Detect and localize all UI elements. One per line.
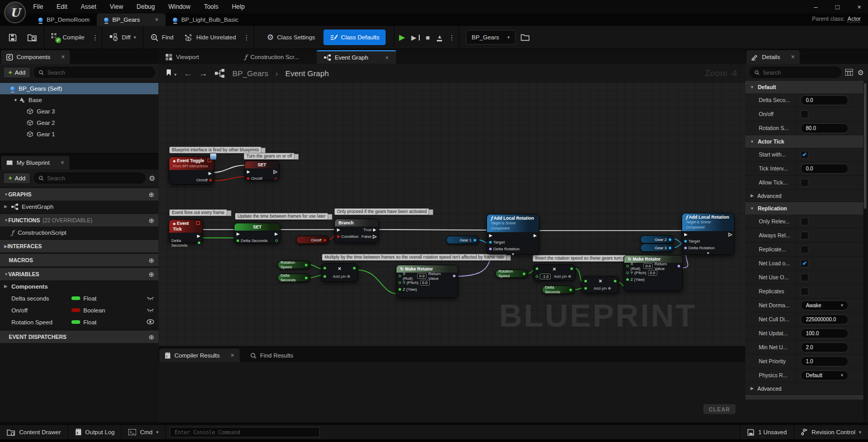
true-out-pin[interactable]: ▶ xyxy=(373,228,376,232)
nav-forward-icon[interactable]: → xyxy=(199,69,208,78)
pill-delta-seconds-2[interactable]: Delta Seconds xyxy=(542,286,575,294)
component-base[interactable]: ▼Base xyxy=(0,94,158,106)
close-icon[interactable]: × xyxy=(61,53,65,61)
pill-gear2[interactable]: Gear 2 xyxy=(640,235,674,244)
display-filter-icon[interactable] xyxy=(845,69,853,76)
class-defaults-button[interactable]: Class Defaults xyxy=(323,30,386,45)
find-button[interactable]: e Find xyxy=(145,29,179,46)
component-bp-gears-self-[interactable]: BP_Gears (Self) xyxy=(0,83,158,94)
eject-button[interactable]: ▲ xyxy=(433,29,446,46)
value-input[interactable]: 2.0 xyxy=(801,343,848,352)
select-dropdown[interactable]: Awake▾ xyxy=(801,301,848,310)
checkbox[interactable] xyxy=(801,110,808,118)
visibility-toggle[interactable] xyxy=(146,307,154,313)
checkbox[interactable] xyxy=(801,274,808,281)
output-log-button[interactable]: Output Log xyxy=(68,425,122,440)
yaw-in-pin[interactable] xyxy=(626,278,629,281)
node-multiply-1[interactable]: × Add pin ⊕ xyxy=(321,263,358,282)
float-in-pin[interactable] xyxy=(584,280,587,282)
macros-section-header[interactable]: MACROS ⊕ xyxy=(0,254,158,266)
variable-rotation-speed[interactable]: Rotation SpeedFloat xyxy=(0,316,158,328)
components-tab[interactable]: Components× xyxy=(1,50,70,64)
bool-out-pin[interactable] xyxy=(274,177,277,180)
eye-open-icon[interactable] xyxy=(146,319,154,324)
exec-out-pin[interactable]: ▶ xyxy=(209,172,212,176)
target-in-pin[interactable] xyxy=(489,241,492,244)
collapse-icon[interactable]: ▼ xyxy=(12,98,19,103)
nav-back-icon[interactable]: ← xyxy=(184,69,192,78)
add-pin-button[interactable]: Add pin ⊕ xyxy=(589,286,616,291)
node-add-local-rotation-1[interactable]: ƒ Add Local Rotation Target is Scene Com… xyxy=(487,214,539,254)
add-blueprint-item-button[interactable]: +Add xyxy=(3,173,31,184)
cmd-dropdown[interactable]: Cmd▾ xyxy=(122,425,166,440)
details-search[interactable] xyxy=(749,67,841,78)
node-event-toggle[interactable]: ◆ Event Toggle From BPI Interactions ▶ O… xyxy=(169,156,214,184)
graph-options-button[interactable]: ⋮ xyxy=(241,34,252,41)
return-value-out-pin[interactable] xyxy=(678,265,680,267)
frame-skip-button[interactable]: ▶ xyxy=(408,29,423,46)
graph-comment[interactable]: Only proceed if the gears have been acti… xyxy=(334,208,429,215)
float-out-pin[interactable] xyxy=(275,239,278,242)
node-set-onoff[interactable]: SET ▶▶ On/off xyxy=(244,161,279,180)
component-gear-2[interactable]: Gear 2 xyxy=(0,117,158,129)
node-multiply-3[interactable]: × Add pin ⊕ xyxy=(582,276,619,293)
exec-out-pin[interactable]: ▶ xyxy=(197,234,200,238)
add-graph-icon[interactable]: ⊕ xyxy=(149,191,154,198)
float-out-pin[interactable] xyxy=(614,280,616,282)
add-pin-button[interactable]: Add pin ⊕ xyxy=(328,274,356,279)
menu-window[interactable]: Window xyxy=(168,3,190,10)
add-variable-icon[interactable]: ⊕ xyxy=(149,270,154,278)
component-gear-3[interactable]: Gear 3 xyxy=(0,106,158,117)
maximize-button[interactable]: □ xyxy=(834,3,841,11)
value-input[interactable]: 100.0 xyxy=(801,329,848,338)
content-drawer-button[interactable]: Content Drawer xyxy=(0,425,68,440)
event-graph-canvas[interactable]: ▾ ← → BP_Gears › Event Graph Zoom -4 BLU… xyxy=(158,64,745,346)
components-search-input[interactable] xyxy=(47,69,151,76)
close-icon[interactable]: × xyxy=(155,16,158,23)
exec-in-pin[interactable]: ▶ xyxy=(684,233,687,237)
stop-button[interactable]: ■ xyxy=(423,29,433,46)
close-icon[interactable]: × xyxy=(385,54,389,61)
variable-on-off[interactable]: On/offBoolean xyxy=(0,304,158,316)
checkbox[interactable] xyxy=(801,179,808,187)
details-advanced-row[interactable]: ▶Advanced xyxy=(745,190,864,202)
false-out-pin[interactable]: ▶ xyxy=(373,235,376,239)
browse-debug-object-button[interactable] xyxy=(516,29,535,46)
play-button[interactable]: ▶ xyxy=(396,29,408,46)
exec-in-pin[interactable]: ▶ xyxy=(247,170,250,174)
graph-comment[interactable]: Event fires out every frame xyxy=(169,209,227,216)
node-make-rotator-2[interactable]: ↻ Make Rotator X (Roll)0.0Return Value Y… xyxy=(624,255,683,291)
exec-in-pin[interactable]: ▶ xyxy=(489,234,492,238)
menu-file[interactable]: File xyxy=(33,3,43,10)
float-in-pin[interactable] xyxy=(536,275,538,278)
roll-in-pin[interactable] xyxy=(399,275,401,277)
bool-out-pin[interactable] xyxy=(209,179,212,181)
exec-in-pin[interactable]: ▶ xyxy=(237,232,240,236)
details-section-actor-tick[interactable]: ▼Actor Tick xyxy=(745,135,864,148)
compiler-results-tab[interactable]: Compiler Results× xyxy=(159,349,240,362)
value-input[interactable]: 0.0 xyxy=(801,164,848,174)
components-variable-group[interactable]: ▶ Components xyxy=(0,280,158,292)
console-command-input[interactable] xyxy=(170,427,320,437)
debug-object-dropdown[interactable]: BP_Gears▾ xyxy=(466,30,516,45)
my-blueprint-search-input[interactable] xyxy=(47,175,141,181)
add-function-icon[interactable]: ⊕ xyxy=(149,217,154,224)
menu-view[interactable]: View xyxy=(110,3,123,10)
value-input[interactable]: 1.0 xyxy=(801,357,848,366)
menu-tools[interactable]: Tools xyxy=(204,3,218,10)
roll-in-pin[interactable] xyxy=(626,265,629,267)
compile-options-button[interactable]: ⋮ xyxy=(90,34,100,41)
value-input[interactable]: 0.0 xyxy=(801,95,848,105)
close-icon[interactable]: × xyxy=(61,159,64,166)
exec-out-pin[interactable]: ▶ xyxy=(534,234,537,238)
variables-section-header[interactable]: ▼VARIABLES ⊕ xyxy=(0,268,158,280)
pill-rotation-speed-2[interactable]: Rotation Speed xyxy=(495,269,528,278)
menu-edit[interactable]: Edit xyxy=(56,3,67,10)
exec-out-pin[interactable]: ▶ xyxy=(275,232,278,236)
float-out-pin[interactable] xyxy=(353,267,356,269)
pitch-in-pin[interactable] xyxy=(626,272,629,274)
checkbox[interactable] xyxy=(801,246,808,253)
float-in-pin[interactable] xyxy=(323,275,326,278)
pill-gear1[interactable]: Gear 1 xyxy=(446,236,479,244)
float-in-pin[interactable] xyxy=(536,267,538,270)
